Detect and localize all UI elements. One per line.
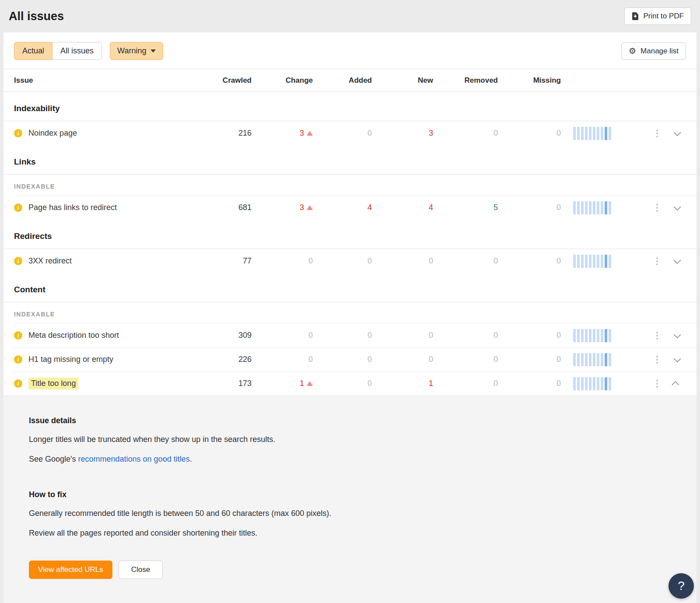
filters-toolbar: Actual All issues Warning ⚙ Manage list [4, 32, 696, 69]
removed-cell: 0 [446, 256, 512, 266]
column-header-issue[interactable]: Issue [14, 76, 210, 85]
expand-chevron-icon[interactable] [674, 256, 681, 264]
change-cell: 0 [258, 331, 324, 340]
warning-filter-button[interactable]: Warning [110, 42, 163, 60]
removed-value: 0 [494, 256, 498, 266]
removed-value: 0 [494, 129, 498, 138]
warning-info-icon: i [14, 355, 22, 364]
expand-chevron-icon[interactable] [674, 129, 681, 136]
column-header-removed[interactable]: Removed [446, 76, 512, 85]
view-affected-urls-button[interactable]: View affected URLs [29, 561, 112, 579]
change-value: 3 [300, 203, 304, 212]
new-cell: 0 [385, 355, 446, 364]
missing-value: 0 [556, 129, 561, 138]
history-sparkline [573, 329, 648, 342]
history-sparkline [573, 127, 648, 140]
page-title: All issues [9, 10, 64, 23]
issue-row[interactable]: iMeta description too short30900000 [4, 323, 696, 347]
change-cell: 3 [258, 129, 324, 138]
change-value: 3 [300, 129, 304, 138]
crawled-cell: 681 [210, 203, 258, 212]
pdf-download-icon [632, 12, 639, 20]
warning-info-icon: i [14, 129, 22, 137]
row-actions-menu-icon[interactable] [648, 332, 667, 340]
print-to-pdf-button[interactable]: Print to PDF [624, 7, 691, 25]
issue-row[interactable]: iNoindex page21630300 [4, 121, 696, 145]
new-cell: 0 [385, 256, 446, 266]
issue-row[interactable]: iTitle too long17310100 [4, 372, 696, 396]
caret-down-icon [150, 49, 156, 53]
manage-list-button[interactable]: ⚙ Manage list [621, 42, 686, 60]
top-bar: All issues Print to PDF [0, 0, 700, 32]
row-actions-menu-icon[interactable] [648, 356, 667, 364]
expand-chevron-icon[interactable] [674, 355, 681, 362]
missing-value: 0 [556, 203, 561, 212]
new-cell: 3 [385, 129, 446, 138]
section-header: Indexability [4, 92, 696, 121]
subsection-header: INDEXABLE [4, 175, 696, 196]
help-button[interactable]: ? [668, 573, 694, 599]
change-value: 1 [300, 379, 304, 388]
row-actions-menu-icon[interactable] [648, 130, 667, 137]
warning-filter-label: Warning [117, 46, 146, 56]
change-value: 0 [308, 331, 313, 340]
new-value: 1 [429, 379, 433, 388]
issue-details-link-line: See Google's recommendations on good tit… [29, 455, 671, 464]
section-header: Content [4, 273, 696, 302]
recommendations-link[interactable]: recommendations on good titles [78, 455, 190, 463]
issue-row[interactable]: iH1 tag missing or empty22600000 [4, 347, 696, 372]
added-value: 4 [368, 203, 372, 212]
new-cell: 1 [385, 379, 446, 388]
added-cell: 0 [324, 129, 385, 138]
column-header-change[interactable]: Change [258, 76, 324, 85]
row-actions-menu-icon[interactable] [648, 204, 667, 212]
missing-value: 0 [556, 256, 561, 266]
new-value: 3 [429, 129, 433, 138]
added-value: 0 [368, 355, 372, 364]
added-value: 0 [368, 256, 372, 266]
added-cell: 0 [324, 355, 385, 364]
increase-arrow-icon [307, 205, 313, 210]
history-sparkline [573, 255, 648, 268]
print-to-pdf-label: Print to PDF [643, 12, 684, 21]
missing-cell: 0 [512, 203, 573, 212]
expand-chevron-icon[interactable] [674, 331, 681, 338]
change-cell: 1 [258, 379, 324, 388]
how-to-fix-text-1: Generally recommended title length is be… [29, 509, 671, 518]
table-body: IndexabilityiNoindex page21630300LinksIN… [4, 92, 696, 396]
issue-detail-panel: Issue details Longer titles will be trun… [4, 396, 696, 603]
row-actions-menu-icon[interactable] [648, 380, 667, 388]
issue-label: Meta description too short [28, 331, 119, 340]
missing-value: 0 [556, 331, 561, 340]
missing-cell: 0 [512, 129, 573, 138]
column-header-added[interactable]: Added [324, 76, 385, 85]
expand-chevron-icon[interactable] [674, 203, 681, 210]
link-line-suffix: . [190, 455, 192, 463]
issue-label: 3XX redirect [28, 256, 72, 266]
row-actions-menu-icon[interactable] [648, 257, 667, 265]
issues-card: Actual All issues Warning ⚙ Manage list … [4, 32, 696, 603]
column-header-crawled[interactable]: Crawled [210, 76, 258, 85]
section-header: Links [4, 145, 696, 175]
column-header-missing[interactable]: Missing [512, 76, 573, 85]
collapse-chevron-icon[interactable] [672, 381, 679, 388]
table-header-row: Issue Crawled Change Added New Removed M… [4, 69, 696, 92]
crawled-cell: 173 [210, 379, 258, 388]
removed-cell: 0 [446, 331, 512, 340]
history-sparkline [573, 377, 648, 390]
column-header-new[interactable]: New [385, 76, 446, 85]
close-button[interactable]: Close [119, 561, 163, 579]
crawled-cell: 226 [210, 355, 258, 364]
warning-info-icon: i [14, 331, 22, 340]
scope-all-issues-button[interactable]: All issues [52, 42, 102, 60]
how-to-fix-text-2: Review all the pages reported and consid… [29, 529, 671, 538]
subsection-header: INDEXABLE [4, 302, 696, 323]
new-value: 0 [429, 256, 433, 266]
missing-cell: 0 [512, 256, 573, 266]
issue-row[interactable]: iPage has links to redirect68134450 [4, 196, 696, 220]
warning-info-icon: i [14, 379, 22, 388]
removed-value: 5 [494, 203, 498, 212]
issue-label: H1 tag missing or empty [28, 355, 113, 364]
issue-row[interactable]: i3XX redirect7700000 [4, 249, 696, 273]
scope-actual-button[interactable]: Actual [14, 42, 52, 60]
